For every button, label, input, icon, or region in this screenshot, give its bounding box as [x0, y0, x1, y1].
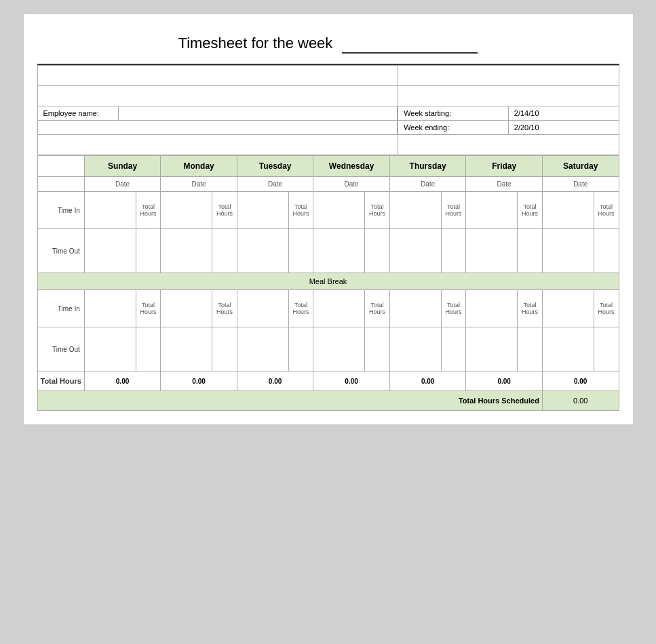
- monday-total: 0.00: [161, 371, 237, 391]
- tuesday-timeout-2[interactable]: [237, 327, 288, 371]
- monday-totalhours-1: TotalHours: [212, 192, 237, 229]
- saturday-timein-1[interactable]: [542, 192, 594, 229]
- sunday-timeout-2[interactable]: [84, 327, 136, 371]
- wednesday-timeout-2[interactable]: [313, 327, 365, 371]
- thursday-totalhours-1: TotalHours: [441, 192, 466, 229]
- day-header-row: Sunday Monday Tuesday Wednesday Thursday…: [37, 156, 619, 177]
- sunday-date: Date: [84, 177, 161, 192]
- monday-timeout-1[interactable]: [161, 229, 212, 273]
- friday-totalhours-1: TotalHours: [518, 192, 543, 229]
- week-starting-label: Week starting:: [398, 106, 509, 121]
- monday-date: Date: [161, 177, 237, 192]
- tuesday-timeout-hours-1: [288, 229, 313, 273]
- wednesday-timein-1[interactable]: [313, 192, 365, 229]
- employee-value[interactable]: [119, 106, 398, 121]
- monday-timeout-hours-2: [212, 327, 237, 371]
- friday-timein-2[interactable]: [466, 290, 518, 327]
- spacer-row-3: [37, 135, 619, 155]
- tuesday-totalhours-1: TotalHours: [288, 192, 313, 229]
- spacer-row-2: [37, 86, 619, 106]
- tuesday-total: 0.00: [237, 371, 313, 391]
- total-hours-label: Total Hours: [37, 371, 84, 391]
- thursday-timeout-hours-2: [441, 327, 466, 371]
- date-empty: [37, 177, 84, 192]
- tuesday-header: Tuesday: [237, 156, 313, 177]
- friday-timeout-hours-1: [518, 229, 543, 273]
- sunday-totalhours-1: TotalHours: [136, 192, 161, 229]
- thursday-timein-1[interactable]: [389, 192, 441, 229]
- thursday-totalhours-2: TotalHours: [441, 290, 466, 327]
- sunday-timein-1[interactable]: [84, 192, 136, 229]
- thursday-header: Thursday: [389, 156, 466, 177]
- monday-timeout-hours-1: [212, 229, 237, 273]
- monday-header: Monday: [161, 156, 237, 177]
- week-starting-value: 2/14/10: [508, 106, 619, 121]
- empty-header: [37, 156, 84, 177]
- thursday-timein-2[interactable]: [389, 290, 441, 327]
- thursday-total: 0.00: [389, 371, 466, 391]
- timesheet-table: Sunday Monday Tuesday Wednesday Thursday…: [37, 155, 619, 411]
- saturday-timein-2[interactable]: [542, 290, 594, 327]
- page: Timesheet for the week Employee name: We…: [23, 14, 634, 425]
- tuesday-timein-1[interactable]: [237, 192, 288, 229]
- thursday-timeout-hours-1: [441, 229, 466, 273]
- wednesday-timeout-1[interactable]: [313, 229, 365, 273]
- wednesday-timeout-hours-2: [365, 327, 390, 371]
- time-out-label-1: Time Out: [37, 229, 84, 273]
- tuesday-timein-2[interactable]: [237, 290, 288, 327]
- monday-timein-1[interactable]: [161, 192, 212, 229]
- friday-totalhours-2: TotalHours: [518, 290, 543, 327]
- spacer-row-1: [37, 66, 619, 86]
- sunday-totalhours-2: TotalHours: [136, 290, 161, 327]
- title-row: Timesheet for the week: [37, 28, 619, 65]
- tuesday-date: Date: [237, 177, 313, 192]
- saturday-totalhours-2: TotalHours: [594, 290, 619, 327]
- tuesday-totalhours-2: TotalHours: [288, 290, 313, 327]
- sunday-timeout-1[interactable]: [84, 229, 136, 273]
- sunday-total: 0.00: [84, 371, 161, 391]
- wednesday-totalhours-2: TotalHours: [365, 290, 390, 327]
- wednesday-total: 0.00: [313, 371, 390, 391]
- saturday-date: Date: [542, 177, 619, 192]
- monday-timeout-2[interactable]: [161, 327, 212, 371]
- total-hours-scheduled-label: Total Hours Scheduled: [37, 391, 542, 411]
- friday-timeout-1[interactable]: [466, 229, 518, 273]
- wednesday-timein-2[interactable]: [313, 290, 365, 327]
- week-ending-value: 2/20/10: [508, 121, 619, 135]
- saturday-total: 0.00: [542, 371, 619, 391]
- monday-totalhours-2: TotalHours: [212, 290, 237, 327]
- totals-row: Total Hours 0.00 0.00 0.00 0.00 0.00 0.0…: [37, 371, 619, 391]
- time-out-row-2: Time Out: [37, 327, 619, 371]
- friday-timeout-2[interactable]: [466, 327, 518, 371]
- saturday-totalhours-1: TotalHours: [594, 192, 619, 229]
- friday-timein-1[interactable]: [466, 192, 518, 229]
- saturday-header: Saturday: [542, 156, 619, 177]
- thursday-timeout-2[interactable]: [389, 327, 441, 371]
- saturday-timeout-1[interactable]: [542, 229, 594, 273]
- thursday-timeout-1[interactable]: [389, 229, 441, 273]
- sunday-timein-2[interactable]: [84, 290, 136, 327]
- week-ending-label: Week ending:: [398, 121, 509, 135]
- monday-timein-2[interactable]: [161, 290, 212, 327]
- meal-break-label: Meal Break: [37, 273, 619, 290]
- time-in-label-1: Time In: [37, 192, 84, 229]
- friday-header: Friday: [466, 156, 543, 177]
- time-out-label-2: Time Out: [37, 327, 84, 371]
- saturday-timeout-hours-1: [594, 229, 619, 273]
- week-ending-row: Week ending: 2/20/10: [37, 121, 619, 135]
- info-table: Employee name: Week starting: 2/14/10 We…: [37, 65, 619, 155]
- time-in-row-2: Time In TotalHours TotalHours TotalHours…: [37, 290, 619, 327]
- saturday-timeout-2[interactable]: [542, 327, 594, 371]
- wednesday-header: Wednesday: [313, 156, 390, 177]
- date-row: Date Date Date Date Date Date Date: [37, 177, 619, 192]
- tuesday-timeout-1[interactable]: [237, 229, 288, 273]
- title-text: Timesheet for the week: [178, 35, 333, 52]
- sunday-timeout-hours-1: [136, 229, 161, 273]
- friday-timeout-hours-2: [518, 327, 543, 371]
- sunday-header: Sunday: [84, 156, 161, 177]
- employee-row: Employee name: Week starting: 2/14/10: [37, 106, 619, 121]
- time-in-row-1: Time In TotalHours TotalHours TotalHours…: [37, 192, 619, 229]
- employee-label: Employee name:: [37, 106, 119, 121]
- friday-date: Date: [466, 177, 543, 192]
- sunday-timeout-hours-2: [136, 327, 161, 371]
